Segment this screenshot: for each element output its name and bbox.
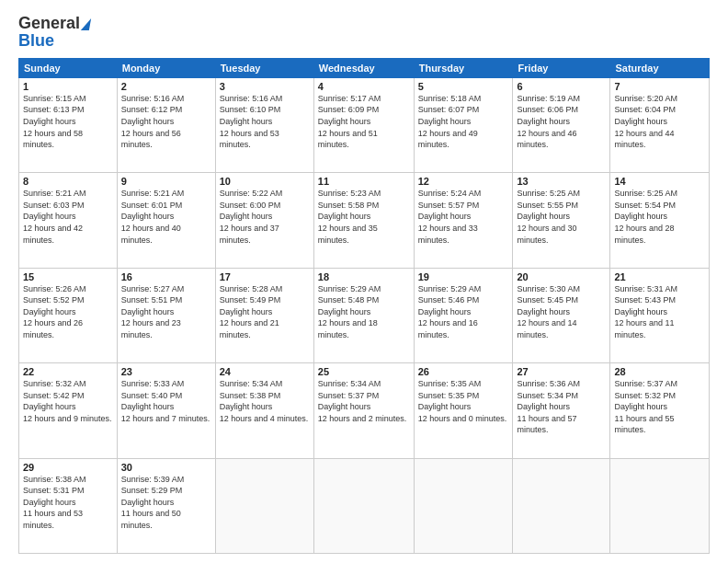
day-detail: Sunrise: 5:36 AMSunset: 5:34 PMDaylight … [517,379,580,434]
day-detail: Sunrise: 5:25 AMSunset: 5:55 PMDaylight … [517,189,580,244]
week-row-5: 29Sunrise: 5:38 AMSunset: 5:31 PMDayligh… [19,458,710,553]
page: General Blue SundayMondayTuesdayWednesda… [0,0,728,563]
day-cell: 5Sunrise: 5:18 AMSunset: 6:07 PMDaylight… [414,77,513,172]
weekday-header-monday: Monday [117,58,215,77]
day-cell [513,458,610,553]
day-cell: 24Sunrise: 5:34 AMSunset: 5:38 PMDayligh… [215,363,313,458]
day-number: 21 [614,271,705,282]
week-row-3: 15Sunrise: 5:26 AMSunset: 5:52 PMDayligh… [19,268,710,362]
day-cell: 4Sunrise: 5:17 AMSunset: 6:09 PMDaylight… [313,77,414,172]
day-number: 22 [23,366,113,377]
day-number: 1 [23,81,113,92]
day-number: 28 [614,366,705,377]
day-number: 12 [418,176,509,187]
day-detail: Sunrise: 5:30 AMSunset: 5:45 PMDaylight … [517,284,580,339]
day-detail: Sunrise: 5:15 AMSunset: 6:13 PMDaylight … [23,94,86,149]
day-cell: 23Sunrise: 5:33 AMSunset: 5:40 PMDayligh… [117,363,215,458]
day-detail: Sunrise: 5:22 AMSunset: 6:00 PMDaylight … [220,189,283,244]
day-number: 4 [318,81,410,92]
weekday-header-wednesday: Wednesday [313,58,414,77]
day-cell: 20Sunrise: 5:30 AMSunset: 5:45 PMDayligh… [513,268,610,362]
day-detail: Sunrise: 5:28 AMSunset: 5:49 PMDaylight … [220,284,283,339]
day-detail: Sunrise: 5:16 AMSunset: 6:12 PMDaylight … [121,94,185,149]
weekday-header-row: SundayMondayTuesdayWednesdayThursdayFrid… [19,58,710,77]
day-detail: Sunrise: 5:31 AMSunset: 5:43 PMDaylight … [614,284,677,339]
weekday-header-friday: Friday [513,58,610,77]
day-cell: 2Sunrise: 5:16 AMSunset: 6:12 PMDaylight… [117,77,215,172]
day-number: 8 [23,176,113,187]
day-number: 5 [418,81,509,92]
day-number: 29 [23,462,113,473]
day-cell: 7Sunrise: 5:20 AMSunset: 6:04 PMDaylight… [610,77,710,172]
day-number: 9 [121,176,211,187]
day-number: 11 [318,176,410,187]
day-detail: Sunrise: 5:17 AMSunset: 6:09 PMDaylight … [318,94,381,149]
day-detail: Sunrise: 5:25 AMSunset: 5:54 PMDaylight … [614,189,677,244]
calendar-table: SundayMondayTuesdayWednesdayThursdayFrid… [18,58,710,554]
day-number: 30 [121,462,211,473]
day-cell: 30Sunrise: 5:39 AMSunset: 5:29 PMDayligh… [117,458,215,553]
day-cell: 6Sunrise: 5:19 AMSunset: 6:06 PMDaylight… [513,77,610,172]
day-cell: 11Sunrise: 5:23 AMSunset: 5:58 PMDayligh… [313,173,414,268]
day-detail: Sunrise: 5:35 AMSunset: 5:35 PMDaylight … [418,379,507,423]
weekday-header-tuesday: Tuesday [215,58,313,77]
day-number: 17 [220,271,310,282]
day-number: 18 [318,271,410,282]
day-number: 14 [614,176,705,187]
day-detail: Sunrise: 5:19 AMSunset: 6:06 PMDaylight … [517,94,580,149]
day-number: 2 [121,81,211,92]
day-cell [610,458,710,553]
week-row-1: 1Sunrise: 5:15 AMSunset: 6:13 PMDaylight… [19,77,710,172]
day-number: 20 [517,271,606,282]
day-number: 13 [517,176,606,187]
week-row-2: 8Sunrise: 5:21 AMSunset: 6:03 PMDaylight… [19,173,710,268]
logo-blue: Blue [18,31,54,51]
header: General Blue [18,15,710,51]
day-detail: Sunrise: 5:21 AMSunset: 6:01 PMDaylight … [121,189,185,244]
day-cell: 14Sunrise: 5:25 AMSunset: 5:54 PMDayligh… [610,173,710,268]
day-cell: 10Sunrise: 5:22 AMSunset: 6:00 PMDayligh… [215,173,313,268]
day-number: 6 [517,81,606,92]
day-detail: Sunrise: 5:27 AMSunset: 5:51 PMDaylight … [121,284,185,339]
day-cell: 16Sunrise: 5:27 AMSunset: 5:51 PMDayligh… [117,268,215,362]
day-cell: 18Sunrise: 5:29 AMSunset: 5:48 PMDayligh… [313,268,414,362]
day-cell: 26Sunrise: 5:35 AMSunset: 5:35 PMDayligh… [414,363,513,458]
day-number: 15 [23,271,113,282]
day-cell: 15Sunrise: 5:26 AMSunset: 5:52 PMDayligh… [19,268,118,362]
day-cell [414,458,513,553]
day-cell: 21Sunrise: 5:31 AMSunset: 5:43 PMDayligh… [610,268,710,362]
day-number: 16 [121,271,211,282]
day-cell: 13Sunrise: 5:25 AMSunset: 5:55 PMDayligh… [513,173,610,268]
day-cell [313,458,414,553]
day-number: 25 [318,366,410,377]
day-number: 26 [418,366,509,377]
day-cell: 17Sunrise: 5:28 AMSunset: 5:49 PMDayligh… [215,268,313,362]
day-cell [215,458,313,553]
weekday-header-sunday: Sunday [19,58,118,77]
day-detail: Sunrise: 5:21 AMSunset: 6:03 PMDaylight … [23,189,86,244]
day-number: 3 [220,81,310,92]
day-cell: 19Sunrise: 5:29 AMSunset: 5:46 PMDayligh… [414,268,513,362]
day-detail: Sunrise: 5:29 AMSunset: 5:48 PMDaylight … [318,284,381,339]
day-detail: Sunrise: 5:33 AMSunset: 5:40 PMDaylight … [121,379,210,423]
day-cell: 1Sunrise: 5:15 AMSunset: 6:13 PMDaylight… [19,77,118,172]
day-detail: Sunrise: 5:18 AMSunset: 6:07 PMDaylight … [418,94,482,149]
weekday-header-saturday: Saturday [610,58,710,77]
day-detail: Sunrise: 5:24 AMSunset: 5:57 PMDaylight … [418,189,482,244]
day-detail: Sunrise: 5:16 AMSunset: 6:10 PMDaylight … [220,94,283,149]
day-number: 10 [220,176,310,187]
logo: General Blue [18,15,90,51]
day-cell: 28Sunrise: 5:37 AMSunset: 5:32 PMDayligh… [610,363,710,458]
day-detail: Sunrise: 5:32 AMSunset: 5:42 PMDaylight … [23,379,112,423]
day-detail: Sunrise: 5:34 AMSunset: 5:37 PMDaylight … [318,379,407,423]
day-detail: Sunrise: 5:38 AMSunset: 5:31 PMDaylight … [23,475,86,530]
day-detail: Sunrise: 5:34 AMSunset: 5:38 PMDaylight … [220,379,309,423]
weekday-header-thursday: Thursday [414,58,513,77]
day-detail: Sunrise: 5:23 AMSunset: 5:58 PMDaylight … [318,189,381,244]
day-number: 27 [517,366,606,377]
day-cell: 29Sunrise: 5:38 AMSunset: 5:31 PMDayligh… [19,458,118,553]
day-cell: 9Sunrise: 5:21 AMSunset: 6:01 PMDaylight… [117,173,215,268]
day-number: 24 [220,366,310,377]
day-cell: 27Sunrise: 5:36 AMSunset: 5:34 PMDayligh… [513,363,610,458]
day-number: 23 [121,366,211,377]
